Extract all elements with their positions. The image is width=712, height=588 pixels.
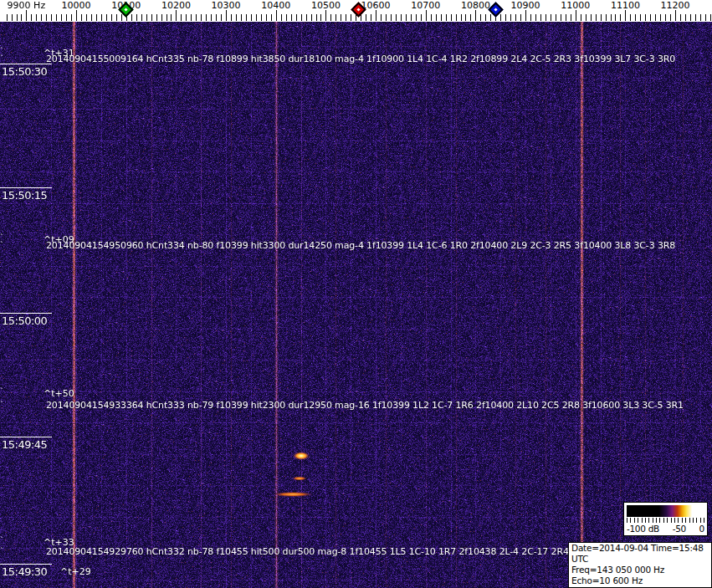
freq-label: 10900 <box>511 0 540 11</box>
ruler-tick <box>136 14 137 21</box>
ruler-tick <box>276 10 277 21</box>
frequency-ruler: 9900 Hz100001010010200103001040010500106… <box>0 0 712 22</box>
freq-label: 10300 <box>212 0 241 11</box>
edge-tick: ` <box>0 387 4 396</box>
ruler-tick <box>116 14 117 21</box>
ruler-tick <box>330 14 331 21</box>
detection-marker: ^t+50 <box>44 388 74 399</box>
ruler-tick <box>311 14 312 21</box>
ruler-tick <box>396 14 397 21</box>
ruler-tick <box>586 14 587 21</box>
ruler-tick <box>31 14 32 21</box>
colour-gradient-bar <box>627 505 704 517</box>
ruler-tick <box>606 14 607 21</box>
ruler-tick <box>625 10 626 21</box>
ruler-tick <box>46 14 47 21</box>
ruler-tick <box>561 14 561 21</box>
time-label: 15:49:45 <box>2 438 47 451</box>
scale-tick <box>682 518 683 523</box>
ruler-tick <box>241 14 242 21</box>
ruler-tick <box>306 14 307 21</box>
ruler-tick <box>131 14 132 21</box>
ruler-tick <box>421 14 422 21</box>
ruler-tick <box>675 10 676 21</box>
ruler-tick <box>465 14 466 21</box>
edge-tick: ` <box>0 241 4 249</box>
time-label: 15:50:30 <box>2 65 47 78</box>
ruler-tick <box>475 10 476 21</box>
diamond-core <box>357 8 361 11</box>
info-echo-offset: Echo=10 600 Hz <box>571 575 711 586</box>
scale-tick <box>627 518 627 523</box>
ruler-tick <box>615 14 616 21</box>
diamond-core <box>494 8 498 11</box>
ruler-tick <box>680 14 681 21</box>
scale-tick <box>689 518 690 523</box>
detection-data-line: 20140904155009164 hCnt335 nb-78 f10899 h… <box>46 54 675 64</box>
ruler-tick <box>406 14 407 21</box>
ruler-tick <box>515 14 516 21</box>
ruler-tick <box>12 14 13 21</box>
scale-tick <box>671 518 672 523</box>
ruler-tick <box>346 14 346 21</box>
detection-data-line: 20140904154929760 hCnt332 nb-78 f10455 h… <box>46 546 637 557</box>
scale-label-min: -100 dB <box>627 524 659 534</box>
ruler-tick <box>266 14 267 21</box>
scale-tick <box>663 518 664 523</box>
ruler-tick <box>141 14 142 21</box>
ruler-tick <box>705 14 706 21</box>
ruler-tick <box>451 14 452 21</box>
ruler-tick <box>17 14 18 21</box>
freq-label: 10200 <box>161 0 191 11</box>
freq-label: 11100 <box>611 0 640 11</box>
ruler-tick <box>301 14 302 21</box>
ruler-tick <box>161 14 162 21</box>
ruler-tick <box>111 14 112 21</box>
ruler-tick <box>186 14 187 21</box>
ruler-tick <box>366 14 366 21</box>
ruler-tick <box>441 14 442 21</box>
scale-tick <box>693 518 694 523</box>
ruler-tick <box>566 14 566 21</box>
scale-tick <box>656 518 657 523</box>
scale-label-max: 0 <box>699 524 704 534</box>
ruler-tick <box>670 14 671 21</box>
ruler-tick <box>510 14 511 21</box>
ruler-tick <box>56 14 57 21</box>
ruler-tick <box>401 14 402 21</box>
ruler-tick <box>211 14 212 21</box>
ruler-tick <box>490 14 491 21</box>
ruler-tick <box>480 14 481 21</box>
time-tick-line <box>0 313 52 314</box>
ruler-tick <box>650 14 651 21</box>
scale-tick <box>648 518 649 523</box>
scale-tick <box>653 518 653 523</box>
freq-label: 11000 <box>561 0 590 11</box>
ruler-tick <box>361 14 361 21</box>
ruler-tick <box>26 10 27 21</box>
ruler-tick <box>246 14 247 21</box>
ruler-tick <box>251 14 252 21</box>
ruler-tick <box>640 14 641 21</box>
ruler-tick <box>655 14 656 21</box>
diamond-core <box>125 8 128 11</box>
ruler-tick <box>171 14 172 21</box>
colour-scale-labels: -100 dB -50 0 <box>627 524 704 534</box>
ruler-tick <box>620 14 621 21</box>
freq-label: 11200 <box>661 0 690 11</box>
scale-tick <box>634 518 635 523</box>
ruler-tick <box>325 10 326 21</box>
ruler-tick <box>571 14 571 21</box>
ruler-tick <box>446 14 447 21</box>
ruler-tick <box>296 14 297 21</box>
scale-tick <box>696 518 697 523</box>
ruler-tick <box>341 14 341 21</box>
ruler-tick <box>281 14 282 21</box>
scale-tick <box>678 518 679 523</box>
ruler-tick <box>376 10 376 21</box>
ruler-tick <box>660 14 661 21</box>
ruler-tick <box>7 14 8 21</box>
ruler-tick <box>635 14 636 21</box>
ruler-tick <box>41 14 42 21</box>
ruler-tick <box>191 14 192 21</box>
